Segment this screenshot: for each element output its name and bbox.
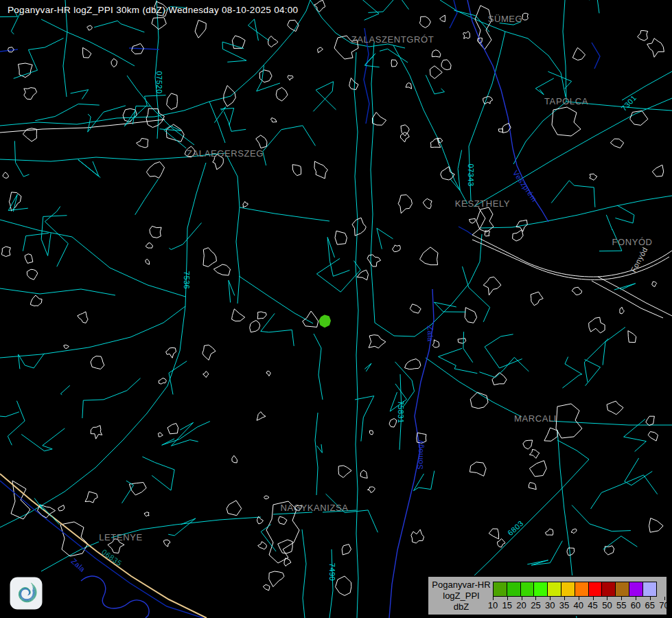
- town-outline: [334, 36, 358, 59]
- radar-echo: [320, 315, 330, 327]
- road-line: [622, 71, 672, 100]
- product-title: Poganyvar-HR logZ_PPI 30km (dbZ) Wednesd…: [8, 5, 298, 15]
- colorbar-cell: [493, 582, 507, 597]
- road-line: [155, 0, 159, 139]
- town-outline: [475, 5, 491, 49]
- road-line: [371, 43, 375, 323]
- colorbar-cell: [601, 582, 616, 597]
- county-border-line: [389, 289, 434, 618]
- road-line: [239, 276, 313, 323]
- town-outline: [552, 107, 581, 136]
- road-line: [375, 323, 431, 336]
- radar-echo-layer: [320, 315, 330, 327]
- road-line: [0, 306, 185, 527]
- road-line: [557, 440, 589, 459]
- legend-product-name: logZ_PPI: [430, 591, 493, 602]
- colorbar-cells: [493, 582, 657, 597]
- lake-shoreline: [472, 207, 672, 277]
- road-line: [314, 334, 323, 400]
- rail-line: [0, 119, 165, 133]
- road-line: [474, 98, 672, 207]
- road-line: [354, 52, 358, 618]
- logo-background: [10, 577, 43, 610]
- road-line: [185, 163, 206, 306]
- colorbar-legend: Poganyvar-HR logZ_PPI dbZ 10152025303540…: [427, 575, 668, 616]
- colorbar-cell: [547, 582, 561, 597]
- road-line: [426, 358, 522, 417]
- colorbar-cell: [615, 582, 629, 597]
- colorbar-cell: [533, 582, 548, 597]
- river-line: [592, 43, 600, 69]
- road-line-white: [598, 277, 672, 316]
- road-line: [240, 207, 329, 221]
- road-line-white: [592, 281, 663, 318]
- road-line: [0, 96, 231, 126]
- road-line: [566, 102, 672, 111]
- road-line: [273, 512, 312, 514]
- town-outline: [476, 207, 494, 232]
- town-outline: [556, 404, 582, 438]
- river-line: [450, 0, 457, 28]
- colorbar-cell: [561, 582, 575, 597]
- base-map-lines: [0, 0, 672, 618]
- colorbar-cell: [575, 582, 589, 597]
- hurricane-spiral-logo: [10, 577, 43, 610]
- colorbar-tick-label: 45: [588, 600, 597, 610]
- colorbar-tick-label: 50: [602, 600, 612, 610]
- colorbar-tick-label: 60: [631, 600, 640, 610]
- colorbar-cell: [588, 582, 603, 597]
- river-line: [364, 28, 369, 124]
- legend-site-name: Poganyvar-HR: [430, 580, 493, 591]
- road-line: [0, 306, 185, 358]
- road-line: [351, 43, 405, 48]
- map-canvas: [0, 0, 672, 618]
- colorbar-tick-label: 65: [645, 600, 655, 610]
- river-line: [459, 227, 472, 235]
- road-line: [302, 529, 306, 618]
- radar-viewport: SÜMEGZALASZENTGRÓTTAPOLCAZALAEGERSZEGKES…: [0, 0, 672, 618]
- river-meander: [81, 576, 149, 618]
- colorbar-cell: [629, 582, 643, 597]
- colorbar-tick-label: 40: [574, 600, 583, 610]
- colorbar-tick-label: 10: [488, 600, 498, 610]
- colorbar-tick-label: 15: [502, 600, 512, 610]
- legend-unit: dbZ: [430, 602, 493, 613]
- road-line: [399, 374, 402, 450]
- road-line: [329, 549, 333, 618]
- colorbar-cell: [520, 582, 535, 597]
- road-line: [480, 196, 672, 228]
- county-border-line: [467, 0, 513, 148]
- colorbar-cell: [507, 582, 521, 597]
- road-line: [469, 146, 471, 201]
- colorbar-tick-label: 20: [516, 600, 526, 610]
- river-line: [129, 48, 159, 49]
- lake-shore-road: [472, 240, 669, 279]
- road-line: [315, 413, 318, 495]
- road-line: [431, 234, 482, 325]
- colorbar-cell: [642, 582, 657, 597]
- road-line: [0, 220, 185, 297]
- colorbar-tick-label: 55: [616, 600, 626, 610]
- colorbar-tick-label: 35: [559, 600, 569, 610]
- colorbar-tick-label: 30: [545, 600, 555, 610]
- road-line: [0, 288, 115, 295]
- road-line: [209, 102, 225, 143]
- legend-title: Poganyvar-HR logZ_PPI dbZ: [430, 580, 493, 613]
- colorbar-tick-label: 70: [659, 600, 669, 610]
- road-line: [111, 529, 141, 538]
- town-outline: [266, 501, 299, 563]
- road-line: [505, 32, 566, 97]
- county-border-line: [513, 148, 548, 222]
- road-line: [513, 102, 566, 164]
- road-line: [141, 517, 261, 529]
- colorbar-tick-label: 25: [531, 600, 540, 610]
